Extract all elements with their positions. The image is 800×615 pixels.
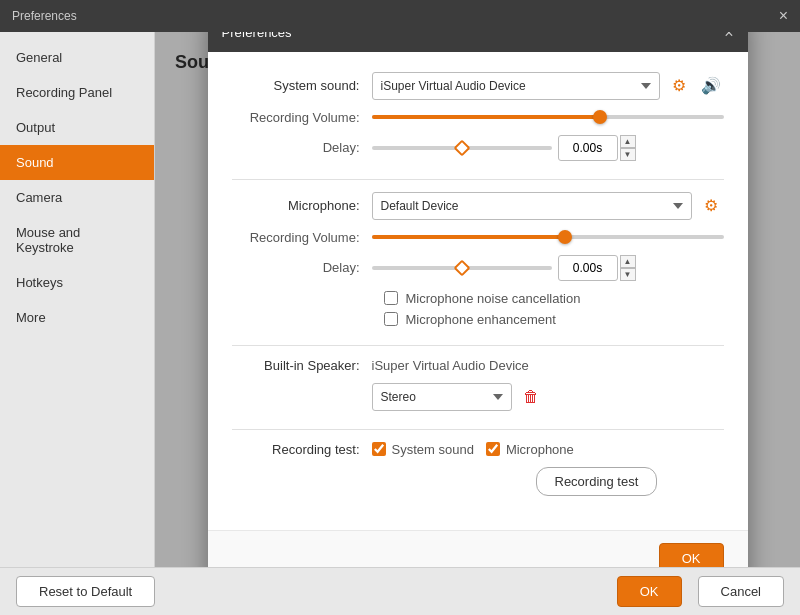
- mic-delay-label: Delay:: [232, 260, 372, 275]
- stereo-select[interactable]: Stereo Mono: [372, 383, 512, 411]
- title-bar: Preferences ×: [0, 0, 800, 32]
- system-sound-select[interactable]: iSuper Virtual Audio Device Default Devi…: [372, 72, 660, 100]
- mic-delay-spinners: ▲ ▼: [620, 255, 636, 281]
- mic-delay-up-button[interactable]: ▲: [620, 255, 636, 268]
- cancel-button[interactable]: Cancel: [698, 576, 784, 607]
- enhancement-label: Microphone enhancement: [406, 312, 556, 327]
- sidebar-item-more[interactable]: More: [0, 300, 154, 335]
- app-close-button[interactable]: ×: [779, 8, 788, 24]
- recording-test-system-sound-text: System sound: [392, 442, 474, 457]
- microphone-settings-icon[interactable]: ⚙: [698, 193, 724, 219]
- mic-delay-input-wrapper: ▲ ▼: [372, 255, 636, 281]
- mic-delay-track[interactable]: [372, 266, 552, 270]
- noise-cancellation-row: Microphone noise cancellation: [232, 291, 724, 306]
- system-delay-track[interactable]: [372, 146, 552, 150]
- system-delay-input[interactable]: [558, 135, 618, 161]
- microphone-section: Microphone: Default Device None ⚙: [232, 192, 724, 327]
- microphone-dropdown-wrapper: Default Device None ⚙: [372, 192, 724, 220]
- noise-cancellation-checkbox[interactable]: [384, 291, 398, 305]
- ok-button[interactable]: OK: [617, 576, 682, 607]
- system-volume-label: Recording Volume:: [232, 110, 372, 125]
- recording-test-section: Recording test: System sound Microphone: [232, 442, 724, 496]
- system-sound-section: System sound: iSuper Virtual Audio Devic…: [232, 72, 724, 161]
- microphone-select[interactable]: Default Device None: [372, 192, 692, 220]
- mic-volume-label: Recording Volume:: [232, 230, 372, 245]
- recording-test-microphone-text: Microphone: [506, 442, 574, 457]
- mic-volume-thumb[interactable]: [558, 230, 572, 244]
- mic-delay-row: Delay: ▲ ▼: [232, 255, 724, 281]
- dialog-footer: OK: [208, 530, 748, 568]
- dialog-body: System sound: iSuper Virtual Audio Devic…: [208, 52, 748, 530]
- sidebar-item-output[interactable]: Output: [0, 110, 154, 145]
- system-sound-row: System sound: iSuper Virtual Audio Devic…: [232, 72, 724, 100]
- recording-test-button[interactable]: Recording test: [536, 467, 658, 496]
- system-delay-spinners: ▲ ▼: [620, 135, 636, 161]
- stereo-dropdown-wrapper: Stereo Mono 🗑: [372, 383, 724, 411]
- system-volume-fill: [372, 115, 601, 119]
- recording-test-label: Recording test:: [232, 442, 372, 457]
- separator-2: [232, 345, 724, 346]
- separator-3: [232, 429, 724, 430]
- app-window: Preferences × General Recording Panel Ou…: [0, 0, 800, 615]
- recording-test-microphone-checkbox[interactable]: [486, 442, 500, 456]
- microphone-row: Microphone: Default Device None ⚙: [232, 192, 724, 220]
- system-volume-slider-wrapper: [372, 115, 724, 119]
- sidebar-item-hotkeys[interactable]: Hotkeys: [0, 265, 154, 300]
- recording-test-button-wrapper: Recording test: [232, 467, 724, 496]
- sidebar-item-recording-panel[interactable]: Recording Panel: [0, 75, 154, 110]
- dialog-close-button[interactable]: ×: [724, 32, 733, 42]
- builtin-speaker-label: Built-in Speaker:: [232, 358, 372, 373]
- system-sound-speaker-icon[interactable]: 🔊: [698, 73, 724, 99]
- bottom-bar-right: OK Cancel: [617, 576, 784, 607]
- system-delay-up-button[interactable]: ▲: [620, 135, 636, 148]
- microphone-label: Microphone:: [232, 198, 372, 213]
- recording-test-label-row: Recording test: System sound Microphone: [232, 442, 724, 457]
- system-delay-row: Delay: ▲ ▼: [232, 135, 724, 161]
- sidebar: General Recording Panel Output Sound Cam…: [0, 32, 155, 567]
- mic-delay-input[interactable]: [558, 255, 618, 281]
- system-sound-check-label[interactable]: System sound: [372, 442, 474, 457]
- stereo-delete-icon[interactable]: 🗑: [518, 384, 544, 410]
- sidebar-item-camera[interactable]: Camera: [0, 180, 154, 215]
- main-content: General Recording Panel Output Sound Cam…: [0, 32, 800, 567]
- modal-overlay: Preferences × System sound: iSuper Virtu: [155, 32, 800, 567]
- bottom-bar: Reset to Default OK Cancel: [0, 567, 800, 615]
- system-sound-settings-icon[interactable]: ⚙: [666, 73, 692, 99]
- system-delay-label: Delay:: [232, 140, 372, 155]
- stereo-row: Stereo Mono 🗑: [232, 383, 724, 411]
- microphone-check-label[interactable]: Microphone: [486, 442, 574, 457]
- right-panel: Sound Preferences × System sound:: [155, 32, 800, 567]
- builtin-speaker-row: Built-in Speaker: iSuper Virtual Audio D…: [232, 358, 724, 373]
- dialog-title-bar: Preferences ×: [208, 32, 748, 52]
- builtin-speaker-value: iSuper Virtual Audio Device: [372, 358, 529, 373]
- separator-1: [232, 179, 724, 180]
- system-sound-dropdown-wrapper: iSuper Virtual Audio Device Default Devi…: [372, 72, 724, 100]
- system-volume-row: Recording Volume:: [232, 110, 724, 125]
- noise-cancellation-label: Microphone noise cancellation: [406, 291, 581, 306]
- system-sound-label: System sound:: [232, 78, 372, 93]
- system-delay-thumb[interactable]: [453, 139, 470, 156]
- recording-test-system-sound-checkbox[interactable]: [372, 442, 386, 456]
- mic-volume-track[interactable]: [372, 235, 724, 239]
- recording-test-checks: System sound Microphone: [372, 442, 574, 457]
- dialog-ok-button[interactable]: OK: [659, 543, 724, 568]
- enhancement-row: Microphone enhancement: [232, 312, 724, 327]
- preferences-dialog: Preferences × System sound: iSuper Virtu: [208, 32, 748, 567]
- system-delay-down-button[interactable]: ▼: [620, 148, 636, 161]
- system-delay-input-wrapper: ▲ ▼: [372, 135, 636, 161]
- app-title: Preferences: [12, 9, 77, 23]
- mic-delay-thumb[interactable]: [453, 259, 470, 276]
- sidebar-item-mouse-keystroke[interactable]: Mouse and Keystroke: [0, 215, 154, 265]
- dialog-title: Preferences: [222, 32, 292, 40]
- mic-volume-fill: [372, 235, 566, 239]
- sidebar-item-general[interactable]: General: [0, 40, 154, 75]
- system-volume-thumb[interactable]: [593, 110, 607, 124]
- sidebar-item-sound[interactable]: Sound: [0, 145, 154, 180]
- enhancement-checkbox[interactable]: [384, 312, 398, 326]
- mic-volume-slider-wrapper: [372, 235, 724, 239]
- reset-to-default-button[interactable]: Reset to Default: [16, 576, 155, 607]
- builtin-speaker-section: Built-in Speaker: iSuper Virtual Audio D…: [232, 358, 724, 411]
- mic-delay-down-button[interactable]: ▼: [620, 268, 636, 281]
- system-volume-track[interactable]: [372, 115, 724, 119]
- mic-volume-row: Recording Volume:: [232, 230, 724, 245]
